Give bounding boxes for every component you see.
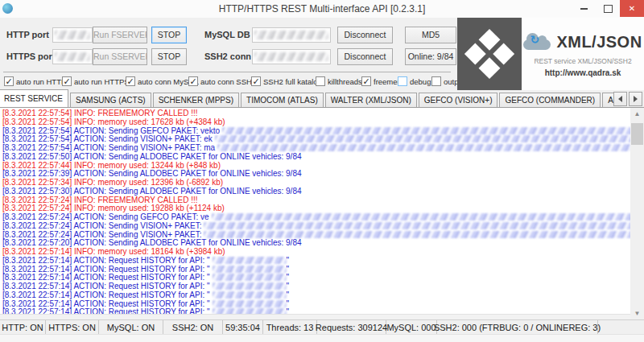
- log-message-suffix: ": [287, 290, 290, 299]
- checkbox-debug[interactable]: debug: [398, 76, 431, 86]
- log-message: ACTION: Sending ALDOBEC PAKET for ONLINE…: [73, 169, 301, 178]
- tab-samsung-acts[interactable]: SAMSUNG (ACTS): [70, 93, 151, 107]
- vertical-scrollbar[interactable]: ▲ ▼: [630, 108, 644, 319]
- log-message: ACTION: Sending ALDOBEC PAKET for ONLINE…: [73, 187, 301, 196]
- checkbox-label: auto run HTTP: [16, 77, 66, 86]
- tab-gefco-vision[interactable]: GEFCO (VISION+): [419, 93, 498, 107]
- log-timestamp: [8.3.2021 22:57:44]: [2, 161, 74, 170]
- http-port-label: HTTP port: [6, 30, 49, 39]
- checkbox-auto-run-https[interactable]: ✓auto run HTTPS: [62, 76, 130, 86]
- tab-gefco-commander[interactable]: GEFCO (COMMANDER): [499, 93, 601, 107]
- redacted-text: [212, 213, 630, 220]
- brand-url[interactable]: http://www.qadra.sk: [522, 68, 644, 77]
- brand-title: XML/JSON: [556, 33, 642, 52]
- checkbox-auto-run-http[interactable]: ✓auto run HTTP: [4, 76, 66, 86]
- checkbox-unchecked-icon[interactable]: [316, 76, 325, 86]
- toolbar-separator: [3, 72, 451, 72]
- minimize-button[interactable]: [572, 0, 596, 17]
- log-message: ACTION: Sending ALDOBEC PAKET for ONLINE…: [73, 152, 301, 161]
- tab-scroll-left-button[interactable]: [613, 92, 627, 106]
- checkbox-ssh2-full-katalog[interactable]: ✓SSH2 full katalog: [251, 76, 322, 86]
- status-segment-ssh2: SSH2: ON: [163, 320, 223, 334]
- checkbox-label: auto run HTTPS: [74, 77, 130, 86]
- log-message-suffix: ": [287, 273, 290, 282]
- tab-rest-service[interactable]: REST SERVICE: [0, 89, 68, 107]
- log-message: ACTION: Request HISTORY for API: ": [73, 265, 209, 274]
- checkbox-checked-icon[interactable]: ✓: [361, 76, 371, 86]
- redacted-text: [213, 257, 287, 264]
- toolbar: HTTP port Run FSERVER STOP MySQL DB Disc…: [0, 18, 457, 90]
- status-segment-https: HTTPS: ON: [46, 320, 99, 334]
- scrollbar-thumb[interactable]: [631, 123, 643, 145]
- title-bar: HTTP/HTTPS REST Multi-interface API [0.2…: [0, 0, 644, 19]
- status-segment-mysql: MySQL: ON: [99, 320, 163, 334]
- mysql-db-input[interactable]: [252, 27, 331, 43]
- stop-https-button[interactable]: STOP: [151, 48, 187, 65]
- scroll-down-icon[interactable]: ▼: [630, 307, 644, 319]
- horizontal-scrollbar[interactable]: [0, 314, 630, 319]
- checkbox-killthreads[interactable]: killthreads: [316, 76, 362, 86]
- window-controls: ✕: [572, 0, 644, 17]
- brand-panel: ↻ XML/JSON REST service XML/JSON/SSH2 ht…: [522, 18, 644, 90]
- cloud-sync-icon: ↻: [523, 39, 551, 50]
- checkbox-checked-icon[interactable]: ✓: [251, 76, 261, 86]
- run-fserver-button[interactable]: Run FSERVER: [93, 27, 147, 43]
- checkbox-checked-icon[interactable]: ✓: [188, 76, 198, 86]
- tab-walter-xml-json[interactable]: WALTER (XML/JSON): [325, 93, 417, 107]
- redacted-text: [213, 308, 287, 314]
- status-segment-mysql: MySQL: 000: [386, 320, 437, 334]
- checkbox-label: SSH2 full katalog: [263, 77, 322, 86]
- log-message-suffix: ": [287, 265, 290, 274]
- status-segment-http: HTTP: ON: [0, 320, 46, 334]
- log-message: ACTION: Sending GEFCO PAKET: vekto: [73, 126, 220, 135]
- tab-scroll-right-button[interactable]: [629, 92, 642, 106]
- log-timestamp: [8.3.2021 22:57:20]: [2, 238, 73, 247]
- checkbox-checked-icon[interactable]: ✓: [126, 76, 135, 86]
- log-message: ACTION: Sending VISION+ PAKET: ek: [73, 134, 212, 143]
- log-timestamp: [8.3.2021 22:57:14]: [2, 247, 74, 256]
- run-sserver-button[interactable]: Run SSERVER: [93, 48, 147, 65]
- close-icon: ✕: [629, 5, 635, 13]
- stop-http-button[interactable]: STOP: [151, 27, 187, 43]
- tab-schenker-mpps[interactable]: SCHENKER (MPPS): [153, 93, 239, 107]
- online-count-button[interactable]: Online: 9/84: [405, 48, 456, 65]
- ssh2-conn-input[interactable]: [252, 49, 331, 64]
- checkbox-auto-conn-ssh2[interactable]: ✓auto conn SSH2: [188, 76, 256, 86]
- tab-timocom-atlas[interactable]: TIMOCOM (ATLAS): [241, 93, 324, 107]
- close-button[interactable]: ✕: [620, 0, 644, 17]
- status-segment-requests: Requests: 309124: [317, 320, 386, 334]
- log-timestamp: [8.3.2021 22:57:54]: [2, 126, 73, 135]
- log-timestamp: [8.3.2021 22:57:14]: [2, 256, 73, 265]
- checkbox-checked-icon[interactable]: ✓: [4, 76, 14, 86]
- redacted-text: [213, 291, 287, 299]
- md5-button[interactable]: MD5: [405, 27, 456, 43]
- window-title: HTTP/HTTPS REST Multi-interface API [0.2…: [0, 0, 644, 18]
- checkbox-checked-icon[interactable]: ✓: [62, 76, 72, 86]
- log-message: ACTION: Sending VISION+ PAKET:: [73, 230, 201, 239]
- checkbox-label: killthreads: [328, 77, 362, 86]
- log-message-suffix: ": [287, 256, 290, 265]
- maximize-button[interactable]: [596, 0, 620, 17]
- log-output[interactable]: [8.3.2021 22:57:54] INFO: FREEMEMORY CAL…: [0, 108, 630, 314]
- log-message: ACTION: Request HISTORY for API: ": [73, 273, 209, 282]
- status-segment-ssh2: SSH2: 000 (FTRBUG: 0 / ONLINEREG: 3): [437, 320, 598, 334]
- log-message: INFO: memory used: 17628 kb (+4384 kb): [74, 117, 225, 126]
- https-port-input[interactable]: [52, 49, 93, 64]
- scroll-up-icon[interactable]: ▲: [630, 108, 644, 120]
- redacted-text: [204, 222, 630, 229]
- redacted-text: [213, 266, 287, 273]
- log-timestamp: [8.3.2021 22:57:54]: [2, 109, 74, 117]
- checkbox-unchecked-icon[interactable]: [398, 76, 407, 86]
- checkbox-unchecked-icon[interactable]: [431, 76, 441, 86]
- log-timestamp: [8.3.2021 22:57:14]: [2, 290, 73, 299]
- http-port-input[interactable]: [52, 27, 93, 43]
- log-message: ACTION: Sending VISION+ PAKET: ma: [73, 143, 215, 152]
- redacted-text: [215, 135, 630, 142]
- disconnect-mysql-button[interactable]: Disconnect: [337, 27, 393, 43]
- disconnect-ssh2-button[interactable]: Disconnect: [337, 48, 393, 65]
- tab-bar: REST SERVICESAMSUNG (ACTS)SCHENKER (MPPS…: [0, 90, 644, 108]
- brand-subtitle: REST service XML/JSON/SSH2: [522, 57, 644, 65]
- log-timestamp: [8.3.2021 22:57:39]: [2, 169, 73, 178]
- log-timestamp: [8.3.2021 22:57:14]: [2, 265, 73, 274]
- log-message: ACTION: Sending GEFCO PAKET: ve: [73, 212, 208, 221]
